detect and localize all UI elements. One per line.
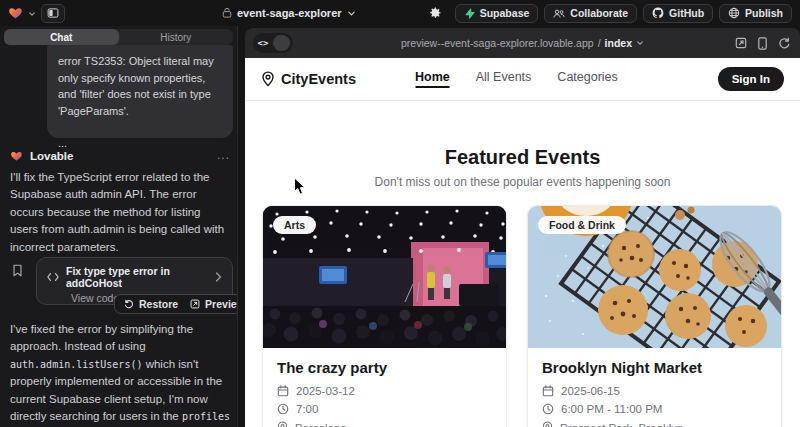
preview-path: index (605, 37, 632, 49)
event-time: 6:00 PM - 11:00 PM (561, 403, 662, 415)
closing-text-1: I've fixed the error by simplifying the … (10, 323, 193, 352)
event-date: 2025-06-15 (561, 385, 620, 397)
site-brand[interactable]: CityEvents (261, 71, 356, 87)
message-menu-icon[interactable]: ... (217, 148, 230, 162)
publish-label: Publish (745, 7, 783, 19)
mobile-view-icon[interactable] (758, 37, 767, 50)
map-pin-logo-icon (261, 71, 275, 87)
publish-button[interactable]: Publish (719, 4, 792, 23)
closing-code-2: profiles (182, 411, 230, 422)
path-chevron-down-icon (636, 39, 644, 47)
github-label: GitHub (669, 7, 704, 19)
chat-sidebar: Chat History error TS2353: Object litera… (0, 26, 238, 427)
chevron-right-icon (215, 272, 222, 282)
url-separator: / (598, 37, 601, 49)
site-nav: Home All Events Categories (415, 70, 618, 88)
preview-external-icon (190, 299, 200, 309)
event-image-conference: Arts (263, 206, 506, 348)
bookmark-icon[interactable] (12, 263, 23, 281)
event-time-row: 6:00 PM - 11:00 PM (542, 403, 767, 415)
hero-title: Featured Events (245, 146, 800, 169)
user-message-text: error TS2353: Object literal may only sp… (58, 53, 222, 119)
assistant-closing-paragraph: I've fixed the error by simplifying the … (10, 321, 231, 427)
event-date-row: 2025-03-12 (277, 385, 492, 397)
message-action-bar: Restore Preview (114, 294, 238, 314)
preview-label: Preview (205, 298, 238, 310)
event-location: Barcelona (295, 422, 347, 427)
preview-url-bar[interactable]: preview--event-saga-explorer.lovable.app… (245, 28, 800, 58)
location-pin-icon (542, 421, 553, 427)
code-icon (47, 272, 59, 282)
clock-icon (277, 403, 289, 415)
event-card-crazy-party[interactable]: Arts The crazy party 2025-03-12 7:00 Bar… (262, 205, 507, 427)
lock-icon (222, 4, 232, 22)
calendar-icon (277, 385, 289, 397)
lovable-logo-icon[interactable] (8, 6, 23, 20)
event-badge: Arts (273, 216, 316, 234)
preview-url: preview--event-saga-explorer.lovable.app (401, 37, 594, 49)
event-date-row: 2025-06-15 (542, 385, 767, 397)
event-location-row: Barcelona (277, 421, 492, 427)
event-badge: Food & Drink (538, 216, 626, 234)
hero-subtitle: Don't miss out on these popular events h… (245, 175, 800, 189)
event-location-row: Prospect Park, Brooklyn (542, 421, 767, 427)
nav-home[interactable]: Home (415, 70, 450, 88)
supabase-button[interactable]: Supabase (455, 4, 539, 23)
refresh-icon[interactable] (778, 37, 790, 49)
brand-name: CityEvents (281, 71, 356, 87)
nav-all-events[interactable]: All Events (476, 70, 532, 88)
restore-label: Restore (139, 298, 178, 310)
collaborate-label: Collaborate (570, 7, 628, 19)
event-date: 2025-03-12 (296, 385, 355, 397)
location-pin-icon (277, 421, 288, 427)
preview-button[interactable]: Preview (190, 298, 238, 310)
assistant-header: Lovable ... (10, 150, 230, 162)
clock-icon (542, 403, 554, 415)
top-bar: event-saga-explorer Supabase Collaborate… (0, 0, 800, 26)
site-header: CityEvents Home All Events Categories Si… (245, 58, 800, 101)
user-message-bubble: error TS2353: Object literal may only sp… (47, 45, 233, 138)
sign-in-button[interactable]: Sign In (718, 67, 784, 91)
assistant-intro-paragraph: I'll fix the TypeScript error related to… (10, 169, 231, 256)
event-title: The crazy party (277, 359, 492, 376)
settings-gear-icon[interactable] (423, 4, 447, 23)
calendar-icon (542, 385, 554, 397)
event-title: Brooklyn Night Market (542, 359, 767, 376)
tab-chat[interactable]: Chat (4, 29, 119, 45)
app-window: event-saga-explorer Supabase Collaborate… (0, 0, 800, 427)
preview-toolbar: <> preview--event-saga-explorer.lovable.… (245, 28, 800, 58)
project-chevron-down-icon[interactable] (347, 4, 356, 22)
chat-history-tabs: Chat History (4, 29, 233, 45)
tab-history[interactable]: History (119, 29, 234, 45)
supabase-label: Supabase (480, 7, 530, 19)
preview-webpage: CityEvents Home All Events Categories Si… (245, 58, 800, 427)
github-button[interactable]: GitHub (643, 4, 713, 23)
lovable-heart-icon (10, 150, 23, 162)
nav-categories[interactable]: Categories (557, 70, 617, 88)
assistant-name: Lovable (30, 150, 73, 162)
logo-chevron-down-icon[interactable] (28, 4, 36, 22)
event-time: 7:00 (296, 403, 318, 415)
event-card-brooklyn-market[interactable]: Food & Drink Brooklyn Night Market 2025-… (527, 205, 782, 427)
closing-code-1: auth.admin.listUsers() (10, 359, 142, 370)
event-location: Prospect Park, Brooklyn (560, 422, 683, 427)
open-in-new-tab-icon[interactable] (735, 37, 747, 49)
sidebar-toggle-button[interactable] (41, 4, 65, 23)
restore-button[interactable]: Restore (124, 298, 178, 310)
project-name[interactable]: event-saga-explorer (237, 7, 342, 19)
restore-icon (124, 299, 134, 309)
event-time-row: 7:00 (277, 403, 492, 415)
event-image-cookies: Food & Drink (528, 206, 781, 348)
fix-card-title: Fix type type error in addCoHost (66, 265, 208, 289)
collaborate-button[interactable]: Collaborate (544, 4, 637, 23)
